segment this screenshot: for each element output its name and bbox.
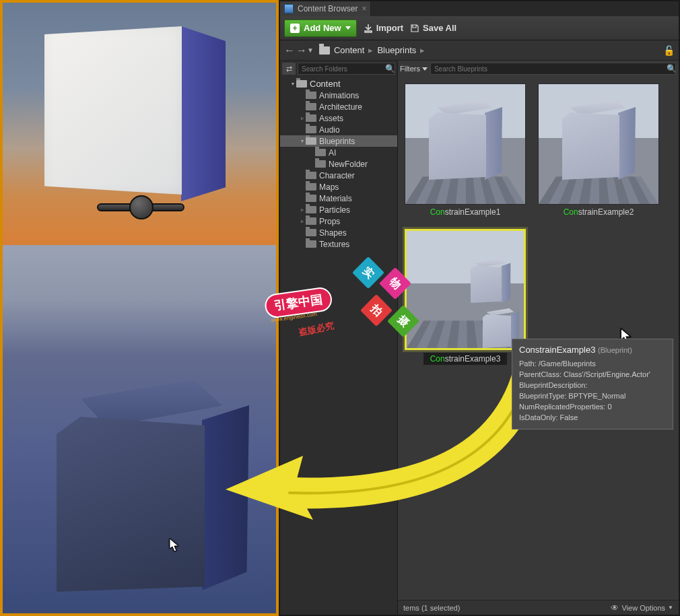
save-icon [410,24,419,33]
tree-item[interactable]: ▹Particles [280,204,397,215]
search-assets-input[interactable] [430,63,676,75]
tree-item[interactable]: Animations [280,90,397,101]
tab-content-browser[interactable]: Content Browser × [280,1,371,16]
folder-icon [306,195,316,202]
save-all-button[interactable]: Save All [410,23,456,33]
expand-icon[interactable]: ▹ [299,218,306,224]
save-all-label: Save All [423,23,456,33]
caret-down-icon [345,26,351,30]
asset-item[interactable]: ConstrainExample1 [405,83,526,217]
tree-item[interactable]: Maps [280,181,397,193]
tree-root[interactable]: ▾ Content [280,78,397,90]
filters-button[interactable]: Filters [400,65,428,73]
tree-item-label: NewFolder [329,160,368,169]
folder-icon [306,172,316,179]
asset-label: ConstrainExample1 [430,207,501,217]
view-options-label: View Options [621,604,665,612]
expand-icon[interactable]: ▹ [299,207,306,213]
tree-item[interactable]: Audio [280,124,397,135]
tooltip-type: (Blueprint) [598,346,632,354]
folder-icon [306,206,316,213]
folder-icon [315,149,326,156]
folder-icon [306,114,316,122]
import-label: Import [376,23,403,33]
tree-item-label: Props [319,217,340,226]
import-button[interactable]: Import [364,23,403,33]
tree-options-icon[interactable]: ⇄ [282,63,296,75]
folder-icon [315,160,326,168]
tree-item[interactable]: Textures [280,238,397,250]
tooltip-bp-type: BlueprintType: BPTYPE_Normal [519,391,666,402]
folder-icon [306,137,316,145]
expand-icon[interactable]: ▾ [299,138,306,144]
tree-item-label: Audio [319,125,340,135]
tree-item-label: Architecture [319,102,362,112]
asset-thumbnail [405,83,526,205]
caret-down-icon: ▼ [668,605,673,611]
lock-icon[interactable]: 🔓 [663,45,675,56]
chevron-right-icon: ▸ [368,45,373,55]
tree-item-label: Blueprints [319,137,355,146]
folder-icon [306,229,316,236]
tooltip-path: Path: /Game/Blueprints [519,359,666,370]
tooltip-name: ConstrainExample3 [519,345,595,355]
breadcrumb[interactable]: Content ▸ Blueprints ▸ [319,45,425,55]
chevron-right-icon: ▸ [420,45,425,55]
tree-item[interactable]: ▾Blueprints [280,135,397,147]
search-icon: 🔍 [667,64,677,73]
asset-tooltip: ConstrainExample3 (Blueprint) Path: /Gam… [512,339,673,430]
collapse-icon[interactable]: ▾ [290,81,296,87]
nav-back-icon[interactable]: ← [284,44,295,57]
nav-history-icon[interactable]: ▼ [307,46,314,54]
crumb-root[interactable]: Content [334,45,365,55]
folder-icon [306,217,316,225]
asset-label: ConstrainExample2 [564,207,634,217]
status-bar: tems (1 selected) 👁 View Options ▼ [398,600,679,615]
scene-cube-top [44,26,226,208]
tree-item-label: Textures [319,240,349,249]
asset-item[interactable]: ConstrainExample2 [538,83,659,217]
folder-tree[interactable]: ▾ Content AnimationsArchitecture▹AssetsA… [280,77,397,615]
folder-icon [306,103,316,110]
mouse-cursor-icon [169,538,180,553]
add-new-label: Add New [304,23,341,33]
tree-item[interactable]: AI [280,147,397,158]
tooltip-data-only: IsDataOnly: False [519,413,666,423]
folder-icon [296,80,307,88]
tab-title: Content Browser [298,4,358,13]
tree-item[interactable]: Architecture [280,101,397,112]
tree-item-label: Assets [319,114,343,123]
asset-label: ConstrainExample3 [423,353,508,365]
tree-root-label: Content [310,79,341,89]
filters-label: Filters [400,65,420,73]
tree-item[interactable]: Materials [280,193,397,204]
tree-item-label: Shapes [319,228,347,238]
eye-icon: 👁 [611,603,619,613]
search-folders-input[interactable] [298,63,395,75]
asset-item[interactable]: ConstrainExample3 [405,229,526,365]
scene-pivot-gizmo [97,193,184,222]
expand-icon[interactable]: ▹ [299,115,306,121]
tree-item[interactable]: ▹Assets [280,112,397,124]
tooltip-desc: BlueprintDescription: [519,380,666,391]
tree-item-label: Maps [319,182,339,192]
viewport-panel [0,0,279,616]
add-new-button[interactable]: + Add New [284,20,357,37]
tree-item[interactable]: ▹Props [280,215,397,227]
tree-item[interactable]: Character [280,170,397,181]
plus-icon: + [290,24,300,33]
asset-thumbnail [538,83,659,205]
import-icon [364,24,373,33]
view-options-button[interactable]: 👁 View Options ▼ [611,603,673,613]
close-icon[interactable]: × [362,4,366,13]
folder-icon [306,126,316,133]
tree-item-label: Animations [319,91,359,100]
tree-item[interactable]: Shapes [280,227,397,238]
crumb-folder[interactable]: Blueprints [377,45,416,55]
asset-grid-panel: Filters 🔍 ConstrainExample1 ConstrainExa… [398,61,679,615]
caret-down-icon [422,67,428,71]
tree-item[interactable]: NewFolder [280,158,397,170]
asset-thumbnail [405,229,526,350]
nav-forward-icon[interactable]: → [296,44,307,57]
status-selection: tems (1 selected) [403,604,460,612]
